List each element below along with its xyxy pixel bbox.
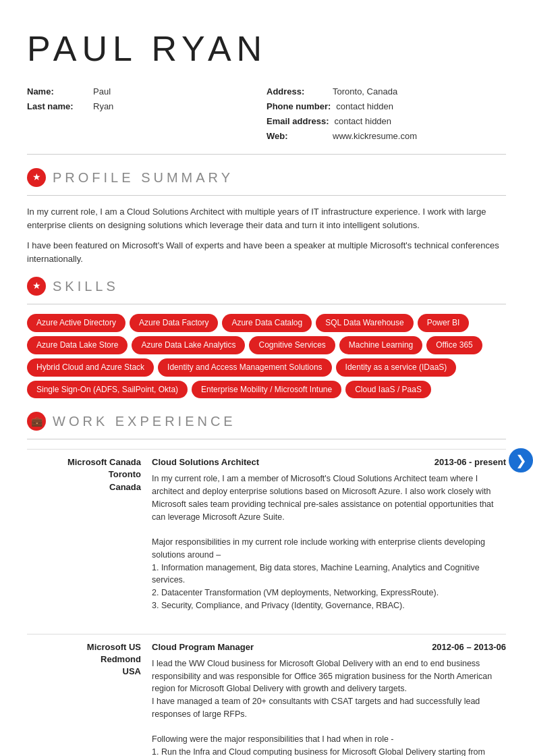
skill-tag: Azure Data Factory <box>130 314 218 332</box>
info-row: Name:Paul <box>27 86 266 98</box>
skill-tag: Cognitive Services <box>249 336 335 354</box>
job-org-country: Canada <box>27 481 141 493</box>
profile-section-title: PROFILE SUMMARY <box>53 168 233 187</box>
skill-tag: Enterprise Mobility / Microsoft Intune <box>192 381 341 399</box>
profile-paragraph: In my current role, I am a Cloud Solutio… <box>27 205 506 232</box>
info-value: Ryan <box>93 101 113 113</box>
skills-section-title: SKILLS <box>53 277 119 296</box>
skill-tag: Machine Learning <box>339 336 422 354</box>
info-label: Web: <box>266 130 327 142</box>
job-description: In my current role, I am a member of Mic… <box>152 473 506 612</box>
skill-tag: Identity as a service (IDaaS) <box>336 358 457 377</box>
info-row: Email address:contact hidden <box>266 115 506 128</box>
job-org-country: USA <box>27 666 141 678</box>
info-label: Email address: <box>266 115 329 128</box>
job-dates: 2012-06 – 2013-06 <box>432 641 506 653</box>
work-divider <box>27 439 506 439</box>
name-heading: PAUL RYAN <box>27 24 506 74</box>
skill-tag: Azure Active Directory <box>27 314 125 332</box>
work-section-header: 💼 WORK EXPERIENCE <box>27 412 506 431</box>
skill-tag: Office 365 <box>426 336 482 354</box>
profile-paragraph: I have been featured on Microsoft's Wall… <box>27 239 506 266</box>
info-value: www.kickresume.com <box>333 130 417 142</box>
job-description: I lead the WW Cloud business for Microso… <box>152 657 506 756</box>
skill-tag: Cloud IaaS / PaaS <box>345 381 431 399</box>
info-value: contact hidden <box>336 101 393 113</box>
skills-divider <box>27 304 506 304</box>
skill-tag: Azure Data Catalog <box>222 314 312 332</box>
job-dates: 2013-06 - present <box>434 456 506 468</box>
skill-tag: Identity and Access Management Solutions <box>158 358 331 377</box>
info-right: Address:Toronto, CanadaPhone number:cont… <box>266 86 506 143</box>
work-section-title: WORK EXPERIENCE <box>53 412 236 431</box>
resume-page: PAUL RYAN Name:PaulLast name:Ryan Addres… <box>0 0 533 756</box>
info-value: Toronto, Canada <box>333 86 397 98</box>
job-header-row: Cloud Solutions Architect 2013-06 - pres… <box>152 456 506 468</box>
info-label: Phone number: <box>266 101 331 113</box>
job-entry: Microsoft US Redmond USA Cloud Program M… <box>27 634 506 756</box>
skill-tag: SQL Data Warehouse <box>316 314 414 332</box>
skill-tag: Hybrid Cloud and Azure Stack <box>27 358 154 377</box>
skills-section-header: ★ SKILLS <box>27 277 506 296</box>
info-row: Phone number:contact hidden <box>266 101 506 113</box>
next-arrow[interactable]: ❯ <box>509 448 533 473</box>
info-left: Name:PaulLast name:Ryan <box>27 86 266 143</box>
job-org-city: Toronto <box>27 468 141 481</box>
job-header-row: Cloud Program Manager 2012-06 – 2013-06 <box>152 641 506 653</box>
info-row: Web:www.kickresume.com <box>266 130 506 142</box>
job-org: Microsoft Canada Toronto Canada <box>27 456 152 617</box>
work-entries: Microsoft Canada Toronto Canada Cloud So… <box>27 449 506 756</box>
profile-section-header: ★ PROFILE SUMMARY <box>27 168 506 187</box>
job-title: Cloud Program Manager <box>152 641 254 653</box>
info-value: contact hidden <box>335 115 392 128</box>
profile-paragraphs: In my current role, I am a Cloud Solutio… <box>27 205 506 267</box>
job-details: Cloud Program Manager 2012-06 – 2013-06 … <box>152 641 506 756</box>
next-arrow-icon: ❯ <box>515 451 527 470</box>
skills-icon: ★ <box>27 277 46 296</box>
job-org-city: Redmond <box>27 653 141 666</box>
job-org-name: Microsoft US <box>27 641 141 653</box>
skills-tags: Azure Active DirectoryAzure Data Factory… <box>27 314 506 398</box>
job-title: Cloud Solutions Architect <box>152 456 259 468</box>
info-label: Last name: <box>27 101 88 113</box>
contact-info: Name:PaulLast name:Ryan Address:Toronto,… <box>27 86 506 155</box>
info-value: Paul <box>93 86 111 98</box>
skill-tag: Azure Data Lake Analytics <box>132 336 245 354</box>
info-row: Address:Toronto, Canada <box>266 86 506 98</box>
info-label: Name: <box>27 86 88 98</box>
skill-tag: Power BI <box>418 314 470 332</box>
job-details: Cloud Solutions Architect 2013-06 - pres… <box>152 456 506 617</box>
skill-tag: Single Sign-On (ADFS, SailPoint, Okta) <box>27 381 188 399</box>
profile-divider <box>27 195 506 196</box>
work-icon: 💼 <box>27 412 46 431</box>
job-entry: Microsoft Canada Toronto Canada Cloud So… <box>27 449 506 617</box>
info-label: Address: <box>266 86 327 98</box>
profile-icon: ★ <box>27 168 46 187</box>
info-row: Last name:Ryan <box>27 101 266 113</box>
job-org: Microsoft US Redmond USA <box>27 641 152 756</box>
skill-tag: Azure Data Lake Store <box>27 336 128 354</box>
job-org-name: Microsoft Canada <box>27 456 141 468</box>
